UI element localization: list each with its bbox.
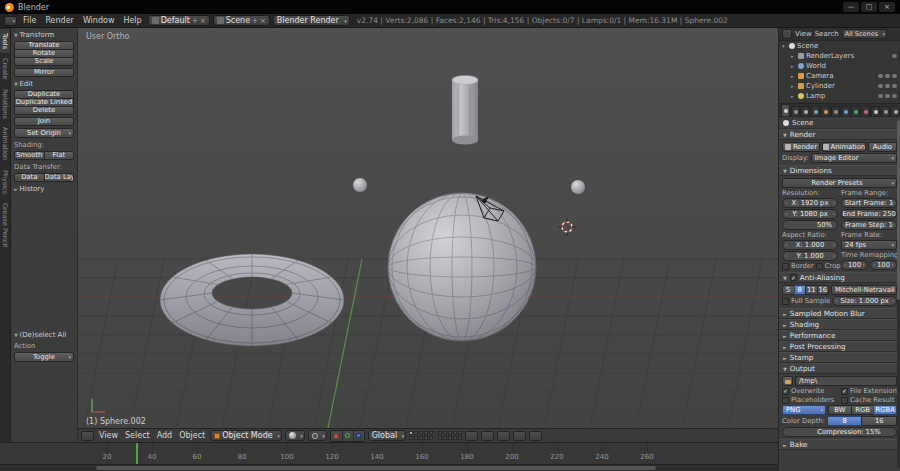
lock-icon[interactable] [465, 431, 478, 441]
frame-rate-dropdown[interactable]: 24 fps [841, 240, 897, 250]
snap-magnet-icon[interactable] [481, 431, 494, 441]
overwrite-checkbox[interactable] [782, 388, 789, 395]
resolution-percentage-slider[interactable]: 50% [782, 220, 838, 230]
delete-button[interactable]: Delete [14, 106, 74, 115]
selectability-toggle-icon[interactable] [885, 84, 890, 88]
tab-scene-icon[interactable] [801, 106, 810, 116]
sphere-object[interactable] [388, 193, 536, 341]
selectability-toggle-icon[interactable] [885, 74, 890, 78]
toolshelf-tab-relations[interactable]: Relations [0, 85, 10, 123]
layer-dot[interactable] [419, 436, 423, 440]
end-frame-field[interactable]: End Frame: 250 [841, 209, 897, 219]
timeline-editor[interactable]: 20 40 60 80 100 120 140 160 180 200 220 … [0, 442, 778, 471]
tab-render-icon[interactable] [781, 104, 790, 116]
layer-dot[interactable] [438, 436, 442, 440]
aspect-x-field[interactable]: X: 1.000 [782, 240, 838, 250]
layer-dot[interactable] [438, 431, 442, 435]
layer-dot[interactable] [453, 431, 457, 435]
tab-object-icon[interactable] [821, 106, 830, 116]
renderability-toggle-icon[interactable] [892, 84, 897, 88]
outliner-row-scene[interactable]: Scene [779, 41, 900, 51]
color-depth-8-button[interactable]: 8 [827, 416, 863, 426]
border-checkbox[interactable] [782, 263, 789, 270]
current-frame-marker[interactable] [136, 443, 138, 465]
toolshelf-tab-create[interactable]: Create [0, 54, 10, 84]
time-remap-old-field[interactable]: 100 [841, 260, 868, 270]
render-audio-button[interactable]: Audio [868, 142, 897, 152]
post-processing-panel-header[interactable]: Post Processing [779, 341, 900, 352]
torus-object[interactable] [160, 254, 344, 346]
screen-delete-icon[interactable]: × [200, 17, 206, 25]
maximize-button[interactable]: □ [861, 2, 877, 12]
placeholders-checkbox[interactable] [782, 397, 789, 404]
screen-browse-icon[interactable] [152, 17, 159, 24]
layer-dot[interactable] [443, 431, 447, 435]
visibility-toggle-icon[interactable] [878, 94, 883, 98]
layer-dot[interactable] [448, 436, 452, 440]
menu-window[interactable]: Window [80, 16, 118, 25]
layer-dot[interactable] [409, 436, 413, 440]
render-opengl-anim-icon[interactable] [529, 431, 542, 441]
toggle-dropdown[interactable]: Toggle [14, 352, 74, 362]
menu-help[interactable]: Help [120, 16, 144, 25]
history-panel-header[interactable]: History [14, 184, 74, 193]
sampled-motion-blur-panel-header[interactable]: Sampled Motion Blur [779, 308, 900, 319]
screen-add-icon[interactable]: + [192, 17, 198, 25]
layer-dot[interactable] [429, 436, 433, 440]
anti-aliasing-panel-header[interactable]: Anti-Aliasing [779, 272, 900, 283]
performance-panel-header[interactable]: Performance [779, 330, 900, 341]
layer-dot[interactable] [429, 431, 433, 435]
layer-dot[interactable] [458, 436, 462, 440]
outliner-row-lamp[interactable]: Lamp [779, 91, 900, 101]
expand-arrow-icon[interactable] [791, 63, 796, 69]
outliner-menu-view[interactable]: View [795, 30, 812, 38]
edit-panel-header[interactable]: Edit [14, 79, 74, 88]
folder-browse-icon[interactable] [782, 376, 793, 386]
tab-constraints-icon[interactable] [831, 106, 840, 116]
aa-samples-11-button[interactable]: 11 [805, 285, 818, 295]
output-panel-header[interactable]: Output [779, 363, 900, 374]
layer-dot[interactable] [453, 436, 457, 440]
small-sphere-left[interactable] [353, 178, 367, 192]
time-remap-new-field[interactable]: 100 [870, 260, 897, 270]
snap-element-icon[interactable] [497, 431, 510, 441]
transform-panel-header[interactable]: Transform [14, 30, 74, 39]
render-animation-button[interactable]: Animation [822, 142, 866, 152]
outliner-row-world[interactable]: World [779, 61, 900, 71]
outliner-editor-type-icon[interactable] [782, 29, 792, 39]
outliner-row-renderlayers[interactable]: RenderLayers [779, 51, 900, 61]
toolshelf-tab-physics[interactable]: Physics [0, 166, 10, 198]
viewport-3d-scene[interactable] [78, 28, 778, 428]
viewport-3d[interactable]: User Ortho (1) Sphere.002 [78, 28, 778, 428]
frame-step-field[interactable]: Frame Step: 1 [841, 220, 897, 230]
tab-material-icon[interactable] [861, 106, 870, 116]
scene-add-icon[interactable]: + [252, 17, 258, 25]
layer-dot[interactable] [414, 431, 418, 435]
toolshelf-tab-animation[interactable]: Animation [0, 123, 10, 164]
smooth-button[interactable]: Smooth [14, 151, 45, 160]
expand-arrow-icon[interactable] [782, 43, 787, 49]
pivot-dropdown[interactable] [308, 430, 327, 441]
render-presets-dropdown[interactable]: Render Presets [782, 178, 897, 188]
renderability-toggle-icon[interactable] [892, 54, 897, 58]
viewport-menu-add[interactable]: Add [155, 431, 175, 440]
viewport-shading-dropdown[interactable] [285, 430, 305, 441]
outliner-display-mode-dropdown[interactable]: All Scenes [842, 29, 887, 39]
file-format-dropdown[interactable]: PNG [782, 405, 826, 415]
rotate-manipulator-icon[interactable] [342, 431, 353, 441]
toolshelf-tab-grease-pencil[interactable]: Grease Pencil [0, 199, 10, 251]
tab-particles-icon[interactable] [881, 106, 890, 116]
compression-slider[interactable]: Compression: 15% [782, 427, 897, 437]
file-extensions-checkbox[interactable] [841, 388, 848, 395]
tab-data-icon[interactable] [851, 106, 860, 116]
expand-arrow-icon[interactable] [791, 53, 796, 59]
translate-manipulator-icon[interactable] [331, 431, 342, 441]
channels-bw-button[interactable]: BW [828, 405, 852, 415]
outliner-row-camera[interactable]: Camera [779, 71, 900, 81]
mirror-button[interactable]: Mirror [14, 68, 74, 77]
minimize-button[interactable]: — [843, 2, 859, 12]
color-depth-16-button[interactable]: 16 [861, 416, 897, 426]
tab-texture-icon[interactable] [871, 106, 880, 116]
viewport-menu-object[interactable]: Object [177, 431, 207, 440]
scale-manipulator-icon[interactable] [353, 431, 364, 441]
